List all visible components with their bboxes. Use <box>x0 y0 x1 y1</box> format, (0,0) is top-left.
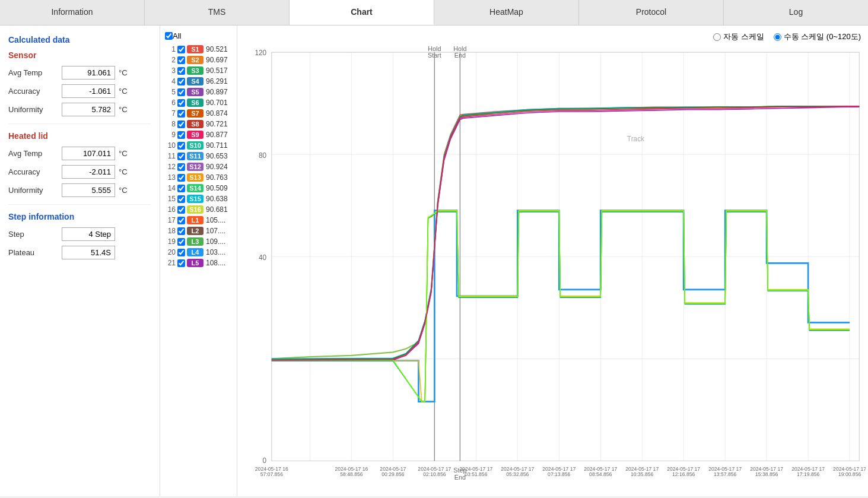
sensor-value: 90.874 <box>206 109 228 118</box>
main-content: Calculated data Sensor Avg Temp °C Accur… <box>0 26 868 496</box>
sensor-checkbox[interactable] <box>177 259 185 267</box>
manual-scale-radio[interactable] <box>774 33 781 41</box>
all-row: All <box>163 30 234 42</box>
list-item: 18 L2 107.... <box>163 226 234 236</box>
plateau-row: Plateau <box>8 246 151 259</box>
lid-accuracy-input[interactable] <box>62 165 115 179</box>
sensor-checkbox[interactable] <box>177 110 185 118</box>
tab-heatmap[interactable]: HeatMap <box>434 0 579 25</box>
list-item: 21 L5 108.... <box>163 258 234 268</box>
sensor-badge: S15 <box>187 195 204 203</box>
all-checkbox[interactable] <box>165 32 173 40</box>
svg-text:Start: Start <box>428 52 441 59</box>
sensor-value: 90.877 <box>206 131 228 139</box>
left-panel: Calculated data Sensor Avg Temp °C Accur… <box>0 26 160 496</box>
sensor-checkbox[interactable] <box>177 185 185 192</box>
list-item: 11 S11 90.653 <box>163 151 234 161</box>
sensor-number: 2 <box>165 56 176 64</box>
sensor-uniformity-input[interactable] <box>62 103 115 116</box>
sensor-value: 96.291 <box>206 77 228 85</box>
sensor-checkbox[interactable] <box>177 195 185 203</box>
sensor-checkbox[interactable] <box>177 153 185 160</box>
svg-text:End: End <box>454 52 466 59</box>
sensor-checkbox[interactable] <box>177 227 185 235</box>
list-item: 10 S10 90.711 <box>163 140 234 151</box>
sensor-value: 90.517 <box>206 66 228 75</box>
tab-protocol[interactable]: Protocol <box>579 0 724 25</box>
tab-chart[interactable]: Chart <box>290 0 434 25</box>
sensor-badge: S16 <box>187 205 204 214</box>
sensor-list-panel: All 1 S1 90.521 2 S2 90.697 3 S3 90.517 … <box>160 26 237 496</box>
sensor-avg-temp-label: Avg Temp <box>8 68 62 77</box>
sensor-value: 90.509 <box>206 184 228 192</box>
sensor-checkbox[interactable] <box>177 88 185 96</box>
sensor-number: 16 <box>165 205 176 214</box>
sensor-checkbox[interactable] <box>177 142 185 150</box>
sensor-number: 8 <box>165 120 176 128</box>
svg-text:Track: Track <box>627 135 645 143</box>
auto-scale-radio[interactable] <box>713 33 721 41</box>
sensor-checkbox[interactable] <box>177 206 185 214</box>
sensor-avg-temp-input[interactable] <box>62 66 115 80</box>
sensor-number: 18 <box>165 227 176 235</box>
sensor-rows: 1 S1 90.521 2 S2 90.697 3 S3 90.517 4 S4… <box>163 44 234 268</box>
list-item: 9 S9 90.877 <box>163 129 234 140</box>
manual-scale-label[interactable]: 수동 스케일 (0~120도) <box>774 31 861 42</box>
sensor-accuracy-unit: °C <box>119 87 128 96</box>
plateau-label: Plateau <box>8 248 62 257</box>
sensor-checkbox[interactable] <box>177 163 185 171</box>
sensor-checkbox[interactable] <box>177 249 185 256</box>
chart-scale-bar: 자동 스케일 수동 스케일 (0~120도) <box>240 30 866 46</box>
svg-text:57:07.856: 57:07.856 <box>260 471 283 477</box>
sensor-checkbox[interactable] <box>177 67 185 75</box>
auto-scale-label[interactable]: 자동 스케일 <box>713 31 764 42</box>
sensor-value: 90.681 <box>206 205 228 214</box>
sensor-checkbox[interactable] <box>177 78 185 85</box>
sensor-accuracy-row: Accuracy °C <box>8 84 151 98</box>
lid-uniformity-row: Uniformity °C <box>8 183 151 197</box>
sensor-value: 90.711 <box>206 141 228 150</box>
sensor-checkbox[interactable] <box>177 46 185 53</box>
lid-avg-temp-input[interactable] <box>62 147 115 160</box>
calculated-data-title: Calculated data <box>8 35 151 45</box>
svg-text:00:29.856: 00:29.856 <box>381 471 404 477</box>
svg-text:12:16.856: 12:16.856 <box>672 471 695 477</box>
sensor-badge: L4 <box>187 248 204 256</box>
svg-text:07:13.856: 07:13.856 <box>548 471 570 477</box>
sensor-accuracy-input[interactable] <box>62 84 115 98</box>
tab-tms[interactable]: TMS <box>145 0 290 25</box>
list-item: 2 S2 90.697 <box>163 55 234 65</box>
step-row: Step <box>8 227 151 241</box>
sensor-number: 5 <box>165 88 176 96</box>
lid-uniformity-input[interactable] <box>62 183 115 197</box>
sensor-uniformity-unit: °C <box>119 105 128 114</box>
sensor-checkbox[interactable] <box>177 174 185 182</box>
sensor-checkbox[interactable] <box>177 238 185 246</box>
sensor-checkbox[interactable] <box>177 217 185 224</box>
sensor-number: 3 <box>165 66 176 75</box>
list-item: 20 L4 103.... <box>163 247 234 258</box>
step-input[interactable] <box>62 227 115 241</box>
sensor-value: 90.638 <box>206 195 228 203</box>
sensor-avg-temp-unit: °C <box>119 68 128 77</box>
sensor-badge: S6 <box>187 99 204 107</box>
lid-avg-temp-row: Avg Temp °C <box>8 147 151 160</box>
plateau-input[interactable] <box>62 246 115 259</box>
sensor-checkbox[interactable] <box>177 131 185 139</box>
sensor-checkbox[interactable] <box>177 99 185 107</box>
list-item: 17 L1 105.... <box>163 215 234 226</box>
tab-bar: Information TMS Chart HeatMap Protocol L… <box>0 0 868 26</box>
svg-text:19:00.856: 19:00.856 <box>838 471 861 477</box>
sensor-checkbox[interactable] <box>177 56 185 64</box>
sensor-checkbox[interactable] <box>177 120 185 128</box>
sensor-value: 103.... <box>206 248 225 256</box>
tab-information[interactable]: Information <box>0 0 145 25</box>
manual-scale-text: 수동 스케일 (0~120도) <box>784 31 861 42</box>
lid-uniformity-unit: °C <box>119 186 128 195</box>
sensor-number: 14 <box>165 184 176 192</box>
svg-text:120: 120 <box>255 48 266 56</box>
tab-log[interactable]: Log <box>724 0 868 25</box>
svg-text:10:35.856: 10:35.856 <box>631 471 653 477</box>
sensor-badge: S8 <box>187 120 204 128</box>
svg-text:40: 40 <box>259 253 266 262</box>
